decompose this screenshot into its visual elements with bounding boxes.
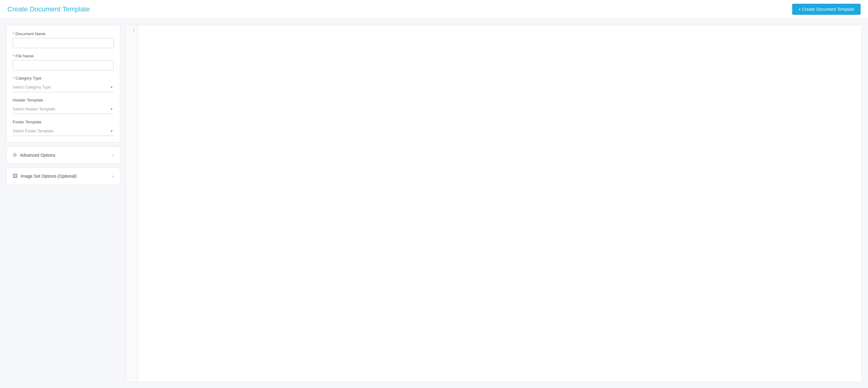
editor-content[interactable]: [138, 25, 862, 382]
header-template-field-group: Header Template Select Header Template: [13, 98, 114, 114]
category-type-required-star: *: [13, 76, 14, 81]
image-set-options-label: Image Set Options (Optional): [21, 174, 76, 179]
image-icon: 🖼: [13, 173, 18, 179]
header-template-select-wrapper: Select Header Template: [13, 104, 114, 114]
image-set-chevron-right-icon: ›: [112, 174, 114, 179]
category-type-select[interactable]: Select Category Type: [13, 82, 114, 92]
category-type-select-wrapper: Select Category Type: [13, 82, 114, 92]
advanced-options-label: Advanced Options: [20, 153, 55, 158]
gear-icon: ⚙: [13, 152, 17, 158]
chevron-right-icon: ›: [112, 153, 114, 158]
main-content: *Document Name *File Name *Category Type…: [0, 19, 868, 388]
header-template-label: Header Template: [13, 98, 114, 102]
create-document-template-button[interactable]: + Create Document Template: [792, 4, 861, 15]
editor-area: 1: [125, 25, 862, 382]
form-card: *Document Name *File Name *Category Type…: [6, 25, 120, 143]
document-name-field-group: *Document Name: [13, 31, 114, 48]
footer-template-select[interactable]: Select Footer Template: [13, 126, 114, 136]
image-set-options-left: 🖼 Image Set Options (Optional): [13, 173, 76, 179]
document-name-input[interactable]: [13, 38, 114, 48]
document-name-label: *Document Name: [13, 31, 114, 36]
file-name-label: *File Name: [13, 54, 114, 58]
category-type-field-group: *Category Type Select Category Type: [13, 76, 114, 92]
footer-template-label: Footer Template: [13, 120, 114, 124]
top-header: Create Document Template + Create Docume…: [0, 0, 868, 19]
header-template-select[interactable]: Select Header Template: [13, 104, 114, 114]
file-name-field-group: *File Name: [13, 54, 114, 70]
document-name-required-star: *: [13, 31, 14, 36]
right-panel: 1: [125, 25, 862, 382]
file-name-input[interactable]: [13, 60, 114, 70]
line-number-1: 1: [125, 28, 135, 32]
category-type-label: *Category Type: [13, 76, 114, 81]
footer-template-field-group: Footer Template Select Footer Template: [13, 120, 114, 136]
image-set-options-section[interactable]: 🖼 Image Set Options (Optional) ›: [6, 168, 120, 185]
left-panel: *Document Name *File Name *Category Type…: [6, 25, 120, 382]
line-numbers: 1: [125, 25, 138, 382]
advanced-options-section[interactable]: ⚙ Advanced Options ›: [6, 146, 120, 164]
file-name-required-star: *: [13, 54, 14, 58]
footer-template-select-wrapper: Select Footer Template: [13, 126, 114, 136]
page-title: Create Document Template: [7, 5, 90, 13]
advanced-options-left: ⚙ Advanced Options: [13, 152, 55, 158]
